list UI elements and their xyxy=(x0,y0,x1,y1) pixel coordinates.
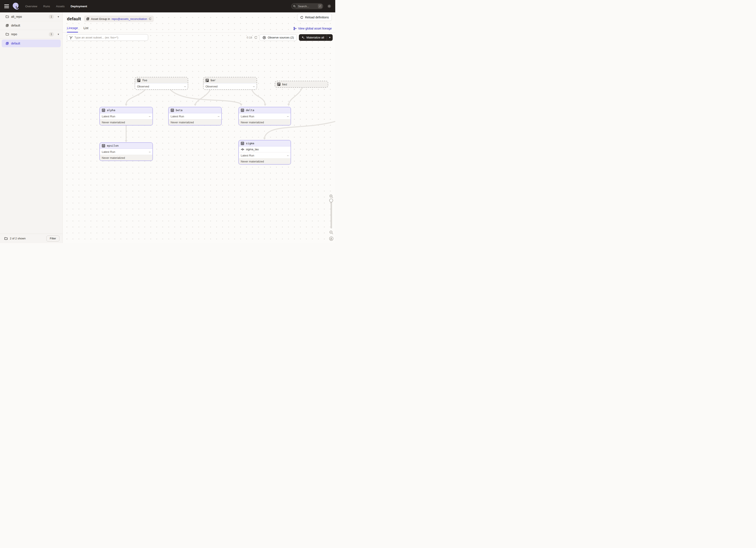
view-global-asset-lineage-link[interactable]: View global asset lineage xyxy=(293,27,332,30)
tab-lineage[interactable]: Lineage xyxy=(67,26,78,32)
filter-button[interactable]: Filter xyxy=(46,236,59,242)
tab-list[interactable]: List xyxy=(84,26,89,32)
sidebar-item-label: repo xyxy=(11,33,47,36)
asset-status-row: Latest Run– xyxy=(239,113,291,119)
asset-group-icon xyxy=(86,17,90,21)
asset-node-epsilon[interactable]: epsilonLatest Run–Never materialized xyxy=(99,142,153,161)
nav-item-deployment[interactable]: Deployment xyxy=(71,5,87,8)
search-box[interactable]: / xyxy=(291,3,323,9)
asset-status-row: Observed– xyxy=(135,83,188,89)
zoom-slider-knob[interactable] xyxy=(329,199,333,203)
edge-arrowhead xyxy=(240,104,242,106)
asset-count-badge: 1 xyxy=(49,15,54,19)
sidebar-item-repo[interactable]: repo1▼ xyxy=(0,30,62,39)
repo-location-link[interactable]: repo@assets_reconciliation xyxy=(112,17,147,21)
download-image-icon[interactable] xyxy=(329,237,334,241)
sidebar-item-default-selected[interactable]: default xyxy=(0,39,62,48)
sidebar-items: alt_repo1▼defaultrepo1▼default xyxy=(0,12,62,234)
asset-node-header: bar xyxy=(204,77,257,83)
asset-name: beta xyxy=(176,109,182,112)
asset-status-value: – xyxy=(149,150,151,154)
tabs: LineageList xyxy=(67,26,88,32)
sidebar-item-label: alt_repo xyxy=(11,15,47,18)
asset-node-header: delta xyxy=(239,107,291,113)
dagster-logo-icon[interactable] xyxy=(12,2,20,10)
search-icon xyxy=(292,4,297,9)
zoom-in-icon[interactable] xyxy=(329,194,333,198)
asset-subset-filter[interactable] xyxy=(67,34,148,41)
asset-node-header: foo xyxy=(135,77,188,83)
asset-name: alpha xyxy=(107,109,115,112)
asset-name: sigma xyxy=(246,142,254,145)
nav-item-runs[interactable]: Runs xyxy=(43,5,50,8)
asset-node-header: baz xyxy=(275,81,328,87)
edge-baz-to-delta xyxy=(289,87,303,104)
repo-sidebar: alt_repo1▼defaultrepo1▼default 2 of 2 sh… xyxy=(0,12,63,243)
asset-check-row[interactable]: sigma_tau xyxy=(239,146,291,152)
page-title: default xyxy=(67,16,81,21)
zoom-slider[interactable] xyxy=(331,200,332,229)
view-global-asset-lineage-label: View global asset lineage xyxy=(298,27,332,30)
asset-status-label: Latest Run xyxy=(102,115,115,118)
edge-foo-to-alpha xyxy=(126,90,145,104)
refresh-location-icon[interactable] xyxy=(149,17,152,20)
asset-node-header: beta xyxy=(169,107,221,113)
asset-node-sigma[interactable]: sigmasigma_tauLatest Run–Never materiali… xyxy=(238,140,291,165)
lineage-graph-canvas[interactable]: fooObserved–barObserved–bazalphaLatest R… xyxy=(63,33,335,243)
nav-item-overview[interactable]: Overview xyxy=(25,5,37,8)
asset-status-row: Never materialized xyxy=(100,119,152,125)
nav-item-assets[interactable]: Assets xyxy=(56,5,65,8)
materialize-all-button[interactable]: Materialize all ▼ xyxy=(299,34,333,41)
asset-status-value: – xyxy=(287,154,289,157)
asset-node-baz[interactable]: baz xyxy=(275,81,328,88)
settings-gear-icon[interactable] xyxy=(327,4,331,8)
chevron-down-icon[interactable]: ▼ xyxy=(57,33,59,36)
lineage-icon xyxy=(293,27,297,30)
asset-status-label: Observed xyxy=(205,85,217,88)
edge-arrowhead xyxy=(194,104,196,106)
asset-status-row: Never materialized xyxy=(100,155,152,161)
zoom-controls xyxy=(328,194,334,241)
search-shortcut-key: / xyxy=(318,4,322,8)
sidebar-item-default[interactable]: default xyxy=(0,21,62,30)
asset-status-row: Observed– xyxy=(204,83,257,89)
asset-status-label: Latest Run xyxy=(241,154,254,157)
asset-node-header: sigma xyxy=(239,141,291,146)
refresh-graph-icon[interactable] xyxy=(254,36,257,39)
search-input[interactable] xyxy=(297,5,318,8)
asset-status-label: Latest Run xyxy=(241,115,254,118)
asset-name: bar xyxy=(211,79,216,82)
sidebar-item-label: default xyxy=(11,24,59,27)
asset-status-label: Observed xyxy=(137,85,149,88)
asset-check-name: sigma_tau xyxy=(246,148,259,151)
asset-subset-icon xyxy=(69,36,73,39)
asset-node-alpha[interactable]: alphaLatest Run–Never materialized xyxy=(99,107,153,126)
observe-sources-label: Observe sources (2) xyxy=(268,36,294,39)
edge-arrowhead xyxy=(263,138,266,140)
asset-node-delta[interactable]: deltaLatest Run–Never materialized xyxy=(238,107,291,126)
edge-bar-to-beta xyxy=(195,90,210,104)
asset-name: epsilon xyxy=(107,144,119,147)
hamburger-menu-icon[interactable] xyxy=(0,0,9,12)
asset-status-row: Never materialized xyxy=(239,158,291,164)
zoom-out-icon[interactable] xyxy=(329,231,333,235)
chevron-down-icon[interactable]: ▼ xyxy=(57,16,59,18)
asset-count-badge: 1 xyxy=(49,32,54,37)
asset-node-bar[interactable]: barObserved– xyxy=(203,77,257,90)
materialize-all-label: Materialize all xyxy=(306,36,324,39)
asset-status-value: – xyxy=(287,115,289,118)
sidebar-item-alt_repo[interactable]: alt_repo1▼ xyxy=(0,12,62,21)
asset-status-row: Latest Run– xyxy=(100,113,152,119)
reload-definitions-button[interactable]: Reload definitions xyxy=(297,14,332,21)
materialize-options-caret[interactable]: ▼ xyxy=(327,34,333,41)
asset-node-beta[interactable]: betaLatest Run–Never materialized xyxy=(168,107,222,126)
asset-status-label: Latest Run xyxy=(102,150,115,154)
asset-subset-input[interactable] xyxy=(74,36,146,39)
asset-node-header: epsilon xyxy=(100,143,152,149)
main-panel: default Asset Group in repo@assets_recon… xyxy=(63,12,335,243)
refresh-countdown: 0:18 xyxy=(247,36,252,39)
edge-bar-to-delta xyxy=(252,90,265,104)
asset-node-foo[interactable]: fooObserved– xyxy=(135,77,188,90)
asset-name: baz xyxy=(282,83,287,86)
observe-sources-button[interactable]: Observe sources (2) xyxy=(260,34,297,41)
